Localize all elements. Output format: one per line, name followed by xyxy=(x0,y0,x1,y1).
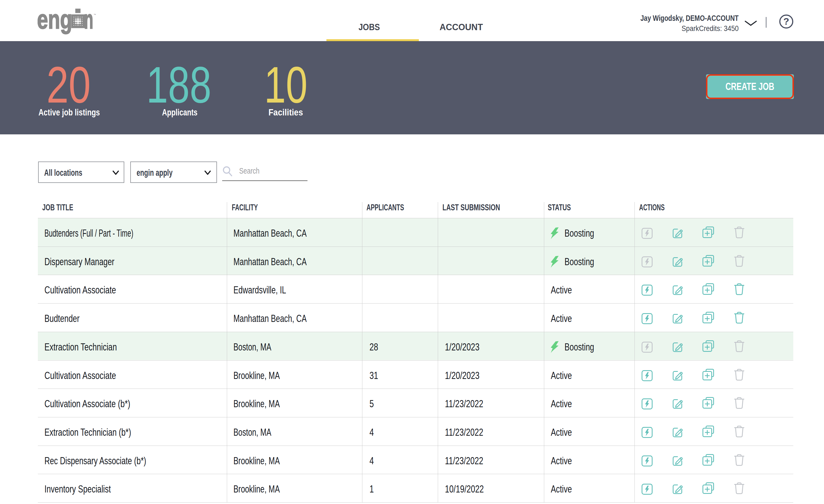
svg-text:n: n xyxy=(84,8,93,34)
svg-text:eng: eng xyxy=(37,8,72,34)
svg-text:™: ™ xyxy=(94,13,96,16)
svg-text:?: ? xyxy=(784,16,789,27)
